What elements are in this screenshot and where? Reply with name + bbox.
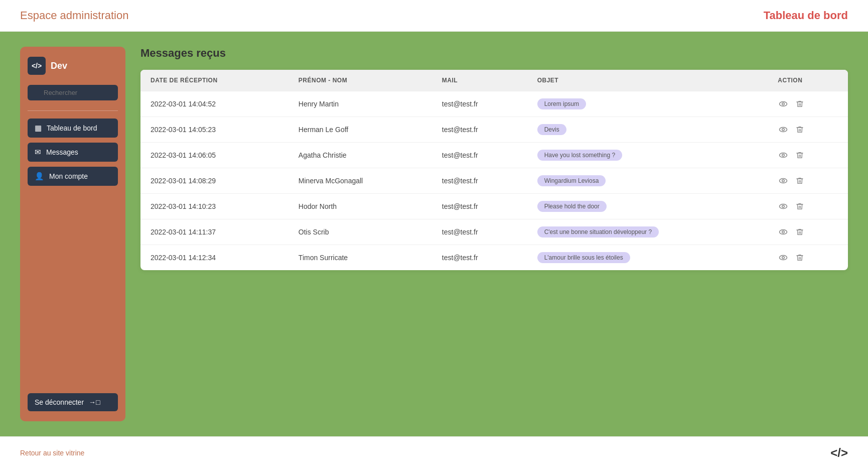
brand-name: Dev (51, 61, 67, 71)
cell-mail: test@test.fr (432, 194, 527, 219)
col-action: ACTION (768, 70, 848, 91)
cell-objet: C'est une bonne situation développeur ? (527, 219, 768, 245)
view-button[interactable] (778, 98, 789, 109)
delete-button[interactable] (795, 99, 805, 109)
delete-button[interactable] (795, 253, 805, 263)
delete-button[interactable] (795, 176, 805, 186)
svg-point-5 (782, 154, 785, 157)
cell-date: 2022-03-01 14:11:37 (140, 219, 288, 245)
eye-icon (779, 176, 788, 185)
eye-icon (779, 227, 788, 237)
sidebar: </> Dev 🔍 ▦ Tableau de bord ✉ Messages 👤… (20, 47, 125, 421)
cell-action (768, 143, 848, 168)
trash-icon (796, 177, 804, 185)
cell-date: 2022-03-01 14:12:34 (140, 245, 288, 271)
cell-mail: test@test.fr (432, 168, 527, 194)
cell-name: Agatha Christie (288, 143, 432, 168)
sidebar-item-mon-compte[interactable]: 👤 Mon compte (28, 167, 118, 186)
header: Espace administration Tableau de bord (0, 0, 868, 32)
objet-badge: Wingardium Leviosa (537, 175, 606, 186)
svg-point-10 (780, 230, 787, 234)
content-panel: Messages reçus DATE DE RÉCEPTION PRÉNOM … (140, 47, 848, 421)
cell-name: Herman Le Goff (288, 117, 432, 143)
sidebar-item-messages[interactable]: ✉ Messages (28, 143, 118, 162)
sidebar-spacer (28, 191, 118, 383)
main-area: </> Dev 🔍 ▦ Tableau de bord ✉ Messages 👤… (0, 32, 868, 436)
col-mail: MAIL (432, 70, 527, 91)
eye-icon (779, 202, 788, 211)
cell-action (768, 91, 848, 117)
delete-button[interactable] (795, 227, 805, 237)
messages-table-container: DATE DE RÉCEPTION PRÉNOM - NOM MAIL OBJE… (140, 70, 848, 270)
sidebar-item-label: Mon compte (49, 172, 88, 180)
objet-badge: Please hold the door (537, 201, 607, 212)
svg-point-6 (780, 179, 787, 183)
svg-point-13 (782, 257, 785, 259)
sidebar-item-tableau-de-bord[interactable]: ▦ Tableau de bord (28, 119, 118, 138)
sidebar-brand: </> Dev (28, 57, 118, 75)
table-row: 2022-03-01 14:11:37 Otis Scrib test@test… (140, 219, 848, 245)
messages-table: DATE DE RÉCEPTION PRÉNOM - NOM MAIL OBJE… (140, 70, 848, 270)
cell-date: 2022-03-01 14:08:29 (140, 168, 288, 194)
cell-name: Henry Martin (288, 91, 432, 117)
trash-icon (796, 202, 804, 210)
cell-objet: L'amour brille sous les étoiles (527, 245, 768, 271)
messages-icon: ✉ (35, 148, 41, 157)
view-button[interactable] (778, 226, 789, 238)
objet-badge: Lorem ipsum (537, 98, 586, 109)
trash-icon (796, 228, 804, 236)
table-row: 2022-03-01 14:05:23 Herman Le Goff test@… (140, 117, 848, 143)
action-buttons (778, 201, 838, 212)
search-input[interactable] (28, 85, 118, 100)
trash-icon (796, 254, 804, 262)
col-name: PRÉNOM - NOM (288, 70, 432, 91)
objet-badge: L'amour brille sous les étoiles (537, 252, 630, 263)
objet-badge: Devis (537, 124, 566, 135)
delete-button[interactable] (795, 125, 805, 135)
eye-icon (779, 253, 788, 262)
cell-name: Otis Scrib (288, 219, 432, 245)
action-buttons (778, 98, 838, 109)
svg-point-11 (782, 231, 785, 233)
cell-action (768, 117, 848, 143)
view-button[interactable] (778, 175, 789, 186)
svg-point-1 (782, 103, 785, 105)
logout-button[interactable]: Se déconnecter →□ (28, 393, 118, 411)
cell-objet: Devis (527, 117, 768, 143)
header-left-title: Espace administration (20, 9, 128, 22)
logout-icon: →□ (89, 398, 100, 406)
delete-button[interactable] (795, 150, 805, 160)
view-button[interactable] (778, 150, 789, 161)
cell-date: 2022-03-01 14:10:23 (140, 194, 288, 219)
cell-date: 2022-03-01 14:04:52 (140, 91, 288, 117)
svg-point-4 (780, 153, 787, 158)
trash-icon (796, 126, 804, 134)
eye-icon (779, 99, 788, 108)
action-buttons (778, 226, 838, 238)
cell-action (768, 168, 848, 194)
back-to-site-link[interactable]: Retour au site vitrine (20, 449, 84, 457)
objet-badge: C'est une bonne situation développeur ? (537, 226, 659, 238)
view-button[interactable] (778, 201, 789, 212)
table-row: 2022-03-01 14:04:52 Henry Martin test@te… (140, 91, 848, 117)
svg-point-12 (780, 256, 787, 260)
action-buttons (778, 124, 838, 135)
cell-name: Timon Surricate (288, 245, 432, 271)
svg-point-3 (782, 129, 785, 131)
table-row: 2022-03-01 14:12:34 Timon Surricate test… (140, 245, 848, 271)
eye-icon (779, 125, 788, 134)
footer-code-icon: </> (830, 446, 848, 460)
svg-point-2 (780, 128, 787, 132)
delete-button[interactable] (795, 201, 805, 211)
trash-icon (796, 100, 804, 108)
mon-compte-icon: 👤 (35, 172, 44, 181)
cell-mail: test@test.fr (432, 91, 527, 117)
eye-icon (779, 151, 788, 160)
table-row: 2022-03-01 14:08:29 Minerva McGonagall t… (140, 168, 848, 194)
cell-mail: test@test.fr (432, 143, 527, 168)
view-button[interactable] (778, 124, 789, 135)
view-button[interactable] (778, 252, 789, 263)
cell-objet: Wingardium Leviosa (527, 168, 768, 194)
table-row: 2022-03-01 14:10:23 Hodor North test@tes… (140, 194, 848, 219)
logout-label: Se déconnecter (35, 398, 84, 406)
